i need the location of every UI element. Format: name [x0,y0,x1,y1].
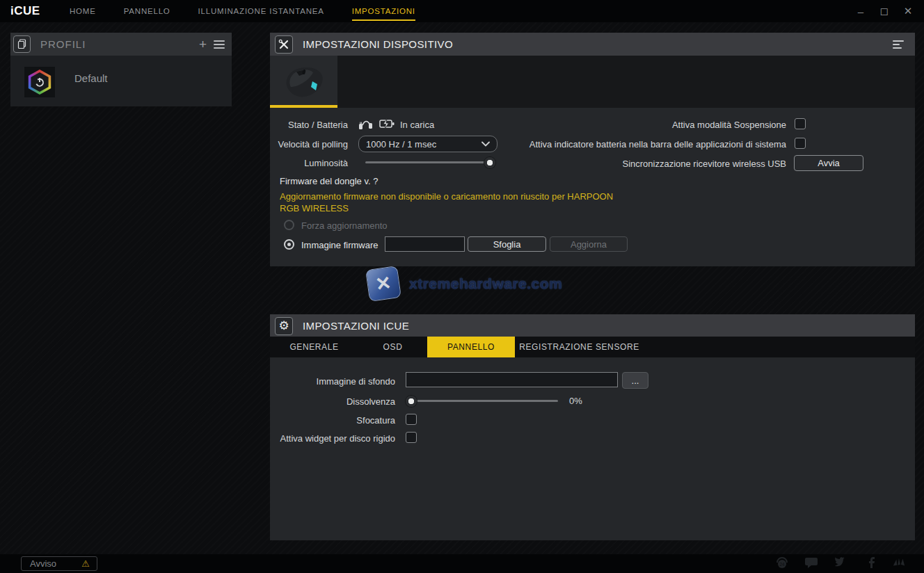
nav-illuminazione-istantanea[interactable]: ILLUMINAZIONE ISTANTANEA [184,0,338,22]
fade-slider-knob[interactable] [406,396,417,407]
power-icon [34,76,45,88]
usb-sync-label: Sincronizzazione ricevitore wireless USB [479,159,786,169]
tools-icon [275,35,293,54]
browse-background-button[interactable]: ... [622,372,648,389]
background-image-label: Immagine di sfondo [270,376,395,387]
battery-status-value: In carica [400,120,434,130]
social-links: 24 [775,556,906,569]
icue-logo: iCUE [10,4,56,18]
chat-icon[interactable] [804,556,818,569]
window-controls: – ◻ ✕ [854,0,914,22]
device-tabstrip [270,56,915,108]
hdd-widget-label: Attiva widget per disco rigido [270,433,395,444]
battery-status-label: Stato / Batteria [270,120,348,130]
dongle-firmware-version: Firmware del dongle v. ? [280,176,378,186]
profiles-title: PROFILI [40,38,86,50]
notice-button[interactable]: Avviso ⚠ [21,556,97,571]
nav-home[interactable]: HOME [56,0,110,22]
xtremehardware-text: xtremehardware.com [409,275,562,292]
xtremehardware-logo-icon: ✕ [365,266,401,302]
icue-settings-header: ⚙ IMPOSTAZIONI ICUE [270,314,915,337]
hdd-widget-checkbox[interactable] [406,432,417,443]
fade-slider[interactable] [407,400,558,402]
profile-avatar [24,67,55,97]
main-nav: HOME PANNELLO ILLUMINAZIONE ISTANTANEA I… [56,0,429,22]
device-settings-header: IMPOSTAZIONI DISPOSITIVO [270,33,915,56]
svg-text:24: 24 [779,562,785,567]
support-24-icon[interactable]: 24 [775,556,789,569]
polling-rate-label: Velocità di polling [270,139,348,150]
nav-impostazioni[interactable]: IMPOSTAZIONI [338,0,429,22]
brightness-label: Luminosità [270,158,348,168]
add-profile-icon[interactable]: + [199,38,207,51]
browse-firmware-button[interactable]: Sfoglia [468,236,546,252]
profiles-header: PROFILI + [10,33,232,56]
tab-generale[interactable]: GENERALE [270,337,358,357]
notice-label: Avviso [30,558,56,569]
minimize-button[interactable]: – [854,6,867,17]
brightness-slider[interactable] [365,161,495,163]
icue-tabs: GENERALE OSD PANNELLO REGISTRAZIONE SENS… [270,337,915,357]
gear-icon: ⚙ [275,317,293,335]
device-settings-menu-icon[interactable] [893,40,904,49]
close-button[interactable]: ✕ [902,5,914,17]
profile-item-default[interactable]: Default [10,56,232,106]
firmware-image-radio[interactable] [284,239,294,250]
start-sync-button[interactable]: Avvia [794,155,863,171]
force-update-radio[interactable] [284,220,294,230]
corsair-icon[interactable] [892,556,906,569]
device-settings-body: Stato / Batteria In carica Attiva modali… [270,108,915,266]
update-firmware-button[interactable]: Aggiorna [550,236,628,252]
profiles-icon [13,35,31,53]
firmware-image-label: Immagine firmware [301,240,379,250]
battery-charging-icon [379,118,396,129]
tab-pannello[interactable]: PANNELLO [427,337,515,357]
sleep-mode-label: Attiva modalità Sospensione [479,120,786,130]
firmware-path-input[interactable] [385,236,465,252]
tab-registrazione-sensore[interactable]: REGISTRAZIONE SENSORE [515,337,644,357]
status-bar: Avviso ⚠ 24 [0,554,924,573]
device-settings-title: IMPOSTAZIONI DISPOSITIVO [303,38,453,50]
fade-label: Dissolvenza [270,396,395,407]
battery-tray-checkbox[interactable] [795,138,806,149]
device-tab-harpoon-wireless[interactable] [270,56,337,108]
facebook-icon[interactable] [863,556,877,569]
blur-label: Sfocatura [270,415,395,426]
xtremehardware-watermark: ✕ xtremehardware.com [367,268,562,300]
icue-settings-title: IMPOSTAZIONI ICUE [303,320,409,332]
sleep-mode-checkbox[interactable] [795,118,806,129]
profiles-menu-icon[interactable] [214,40,225,49]
background-image-input[interactable] [406,372,618,387]
app-window: iCUE HOME PANNELLO ILLUMINAZIONE ISTANTA… [0,0,924,573]
twitter-icon[interactable] [834,556,847,569]
warning-icon: ⚠ [81,558,90,569]
firmware-warning-text: Aggiornamento firmware non disponibile o… [280,191,631,214]
title-bar: iCUE HOME PANNELLO ILLUMINAZIONE ISTANTA… [0,0,924,22]
nav-pannello[interactable]: PANNELLO [110,0,184,22]
icue-settings-body: Immagine di sfondo ... Dissolvenza 0% Sf… [270,357,915,540]
battery-tray-label: Attiva indicatore batteria nella barra d… [340,139,786,150]
tab-osd[interactable]: OSD [358,337,427,357]
fade-value: 0% [569,396,582,406]
force-update-label: Forza aggiornamento [301,220,388,231]
blur-checkbox[interactable] [406,414,417,425]
usb-cable-icon [358,118,375,130]
maximize-button[interactable]: ◻ [878,5,891,17]
profile-name: Default [74,72,108,84]
mouse-image [280,63,328,101]
